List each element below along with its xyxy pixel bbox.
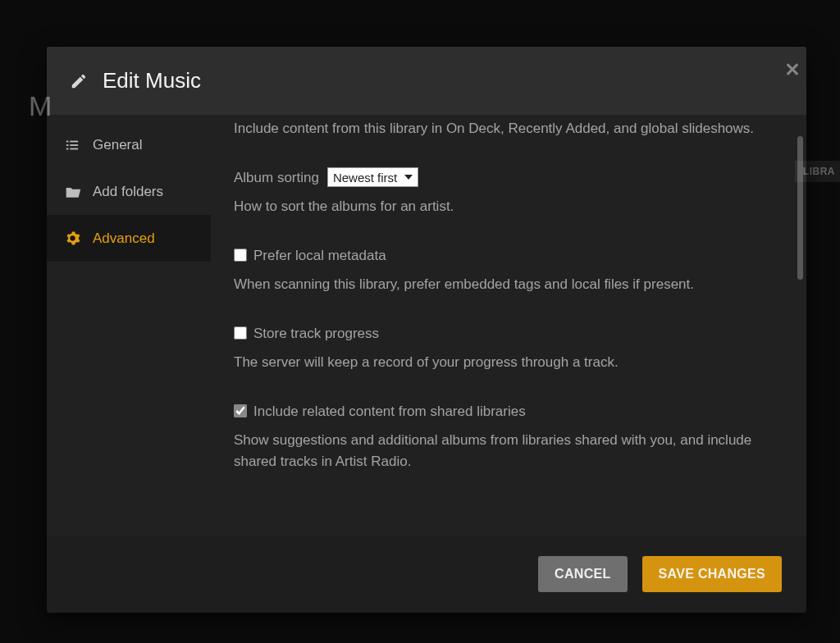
store-progress-label: Store track progress (253, 323, 379, 344)
save-button[interactable]: SAVE CHANGES (642, 556, 782, 592)
include-related-label: Include related content from shared libr… (253, 401, 526, 422)
sidebar-item-label: Add folders (93, 184, 163, 200)
store-progress-checkbox[interactable] (234, 326, 247, 340)
prefer-local-row: Prefer local metadata (234, 245, 783, 267)
svg-rect-2 (66, 144, 69, 146)
modal-body: General Add folders Advanced Include con… (47, 115, 806, 536)
scrollbar-thumb[interactable] (797, 136, 803, 280)
svg-rect-1 (70, 140, 78, 142)
sidebar: General Add folders Advanced (47, 115, 211, 536)
gear-icon (65, 230, 86, 246)
sidebar-item-general[interactable]: General (47, 121, 211, 168)
sidebar-item-label: General (93, 137, 142, 153)
edit-library-modal: Edit Music General Add folders Ad (47, 47, 806, 613)
include-related-help: Show suggestions and additional albums f… (234, 430, 783, 472)
modal-header: Edit Music (47, 47, 806, 115)
list-icon (65, 138, 86, 153)
include-content-description: Include content from this library in On … (234, 115, 783, 139)
folder-open-icon (65, 185, 86, 199)
pencil-icon (70, 72, 88, 90)
prefer-local-help: When scanning this library, prefer embed… (234, 274, 783, 295)
album-sorting-label: Album sorting (234, 167, 319, 189)
include-related-row: Include related content from shared libr… (234, 401, 783, 422)
content-panel: Include content from this library in On … (211, 115, 806, 536)
album-sorting-row: Album sorting Newest first (234, 167, 783, 189)
store-progress-row: Store track progress (234, 323, 783, 344)
prefer-local-label: Prefer local metadata (253, 245, 386, 267)
svg-rect-3 (70, 144, 78, 146)
svg-rect-4 (66, 148, 69, 149)
sidebar-item-label: Advanced (93, 230, 155, 247)
sidebar-item-advanced[interactable]: Advanced (47, 215, 211, 262)
include-related-checkbox[interactable] (234, 404, 247, 417)
cancel-button[interactable]: CANCEL (538, 556, 627, 592)
album-sorting-select[interactable]: Newest first (327, 167, 418, 187)
modal-title: Edit Music (103, 68, 201, 93)
prefer-local-checkbox[interactable] (234, 249, 247, 262)
modal-footer: CANCEL SAVE CHANGES (47, 536, 806, 613)
store-progress-help: The server will keep a record of your pr… (234, 352, 783, 373)
album-sorting-help: How to sort the albums for an artist. (234, 196, 783, 217)
svg-rect-0 (66, 140, 69, 142)
sidebar-item-add-folders[interactable]: Add folders (47, 168, 211, 215)
svg-rect-5 (70, 148, 78, 149)
